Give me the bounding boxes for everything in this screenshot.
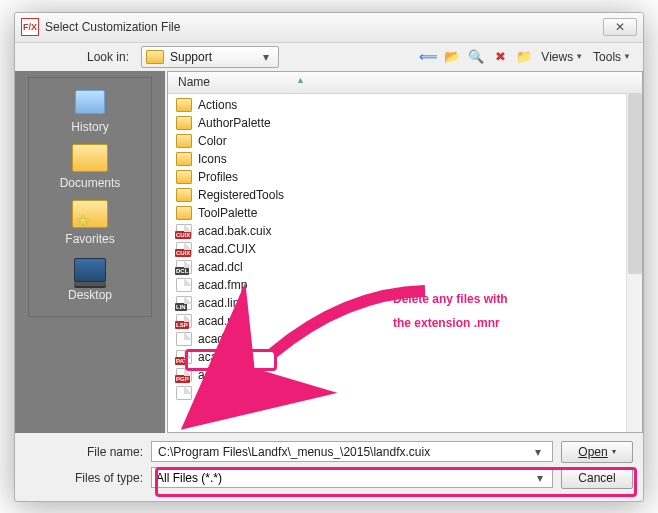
files-of-type-value: All Files (*.*) <box>156 471 222 485</box>
file-name: acad.fmp <box>198 278 247 292</box>
file-row[interactable]: PGPacad.pgp <box>168 366 642 384</box>
file-name: acad.CUIX <box>198 242 256 256</box>
file-row[interactable]: LINacad.lin <box>168 294 642 312</box>
folder-row[interactable]: RegisteredTools <box>168 186 642 204</box>
tools-menu[interactable]: Tools ▼ <box>591 50 633 64</box>
file-row[interactable]: acad.fmp <box>168 276 642 294</box>
delete-button[interactable]: ✖ <box>491 48 509 66</box>
file-icon <box>176 278 192 292</box>
folder-row[interactable]: Actions <box>168 96 642 114</box>
places-item-label: History <box>71 120 108 134</box>
chevron-down-icon: ▾ <box>258 50 274 64</box>
open-button-label: Open <box>578 445 607 459</box>
look-in-label: Look in: <box>15 50 135 64</box>
dialog-bottom: File name: C:\Program Files\Landfx\_menu… <box>15 433 643 501</box>
file-icon: LIN <box>176 296 192 310</box>
file-icon: LSP <box>176 314 192 328</box>
history-icon <box>70 86 110 118</box>
folder-icon <box>70 142 110 174</box>
open-button[interactable]: Open <box>561 441 633 463</box>
cancel-button[interactable]: Cancel <box>561 467 633 489</box>
file-row[interactable]: DCLacad.dcl <box>168 258 642 276</box>
file-icon: CUIX <box>176 224 192 238</box>
up-one-level-button[interactable]: 📂 <box>443 48 461 66</box>
places-item-desktop[interactable]: Desktop <box>68 254 112 302</box>
list-header[interactable]: Name ▲ <box>168 72 642 94</box>
file-row[interactable]: CUIXacad.bak.cuix <box>168 222 642 240</box>
folder-row[interactable]: ToolPalette <box>168 204 642 222</box>
file-name: ToolPalette <box>198 206 257 220</box>
select-customization-file-dialog: F/X Select Customization File ✕ Look in:… <box>14 12 644 502</box>
scrollbar-thumb[interactable] <box>628 94 642 274</box>
file-name-value: C:\Program Files\Landfx\_menus_\2015\lan… <box>158 445 430 459</box>
file-list-area: Name ▲ ActionsAuthorPaletteColorIconsPro… <box>167 71 643 433</box>
look-in-combo[interactable]: Support ▾ <box>141 46 279 68</box>
folder-icon <box>176 206 192 220</box>
folder-icon <box>176 170 192 184</box>
dialog-title: Select Customization File <box>45 20 180 34</box>
vertical-scrollbar[interactable] <box>626 94 642 432</box>
places-item-label: Documents <box>60 176 121 190</box>
file-name: acad.lin <box>198 296 239 310</box>
folder-row[interactable]: Profiles <box>168 168 642 186</box>
cancel-button-label: Cancel <box>578 471 615 485</box>
file-icon <box>176 332 192 346</box>
views-label: Views <box>541 50 573 64</box>
folder-row[interactable]: Color <box>168 132 642 150</box>
folder-row[interactable]: Icons <box>168 150 642 168</box>
file-name: Actions <box>198 98 237 112</box>
places-item-label: Favorites <box>65 232 114 246</box>
app-icon: F/X <box>21 18 39 36</box>
close-button[interactable]: ✕ <box>603 18 637 36</box>
folder-icon <box>146 50 164 64</box>
file-row[interactable]: PATacad.pat <box>168 348 642 366</box>
back-button[interactable]: ⟸ <box>419 48 437 66</box>
file-name: acad.dcl <box>198 260 243 274</box>
files-of-type-label: Files of type: <box>25 471 143 485</box>
places-item-favorites[interactable]: Favorites <box>65 198 114 246</box>
file-name: acad.bak.cuix <box>198 224 271 238</box>
look-in-value: Support <box>170 50 258 64</box>
tools-label: Tools <box>593 50 621 64</box>
file-name: acad.psf <box>198 386 243 400</box>
file-name: acad.pat <box>198 350 244 364</box>
toolbar: Look in: Support ▾ ⟸ 📂 🔍 ✖ 📁 Views ▼ Too… <box>15 43 643 71</box>
file-name: RegisteredTools <box>198 188 284 202</box>
file-icon <box>176 386 192 400</box>
file-name: Color <box>198 134 227 148</box>
files-of-type-combo[interactable]: All Files (*.*) ▾ <box>151 467 553 488</box>
search-button[interactable]: 🔍 <box>467 48 485 66</box>
chevron-down-icon: ▼ <box>575 52 583 61</box>
file-row[interactable]: acad.mnr <box>168 330 642 348</box>
close-icon: ✕ <box>615 20 625 34</box>
folder-icon <box>176 98 192 112</box>
chevron-down-icon: ▼ <box>623 52 631 61</box>
file-icon: PGP <box>176 368 192 382</box>
folder-row[interactable]: AuthorPalette <box>168 114 642 132</box>
file-name: acad.pgp <box>198 368 247 382</box>
chevron-down-icon: ▾ <box>532 471 548 485</box>
places-item-label: Desktop <box>68 288 112 302</box>
file-name: AuthorPalette <box>198 116 271 130</box>
views-menu[interactable]: Views ▼ <box>539 50 585 64</box>
folder-icon <box>176 134 192 148</box>
folder-icon <box>176 152 192 166</box>
places-item-history[interactable]: History <box>70 86 110 134</box>
fav-icon <box>70 198 110 230</box>
places-item-documents[interactable]: Documents <box>60 142 121 190</box>
desktop-icon <box>70 254 110 286</box>
folder-icon <box>176 116 192 130</box>
file-list[interactable]: ActionsAuthorPaletteColorIconsProfilesRe… <box>168 94 642 432</box>
file-row[interactable]: CUIXacad.CUIX <box>168 240 642 258</box>
file-row[interactable]: LSPacad.mnl <box>168 312 642 330</box>
file-name-input[interactable]: C:\Program Files\Landfx\_menus_\2015\lan… <box>151 441 553 462</box>
file-name: Profiles <box>198 170 238 184</box>
name-column-header: Name <box>178 75 210 89</box>
file-name: acad.mnr <box>198 332 248 346</box>
file-icon: PAT <box>176 350 192 364</box>
file-row[interactable]: acad.psf <box>168 384 642 402</box>
file-name: acad.mnl <box>198 314 247 328</box>
file-icon: CUIX <box>176 242 192 256</box>
titlebar: F/X Select Customization File ✕ <box>15 13 643 43</box>
new-folder-button[interactable]: 📁 <box>515 48 533 66</box>
